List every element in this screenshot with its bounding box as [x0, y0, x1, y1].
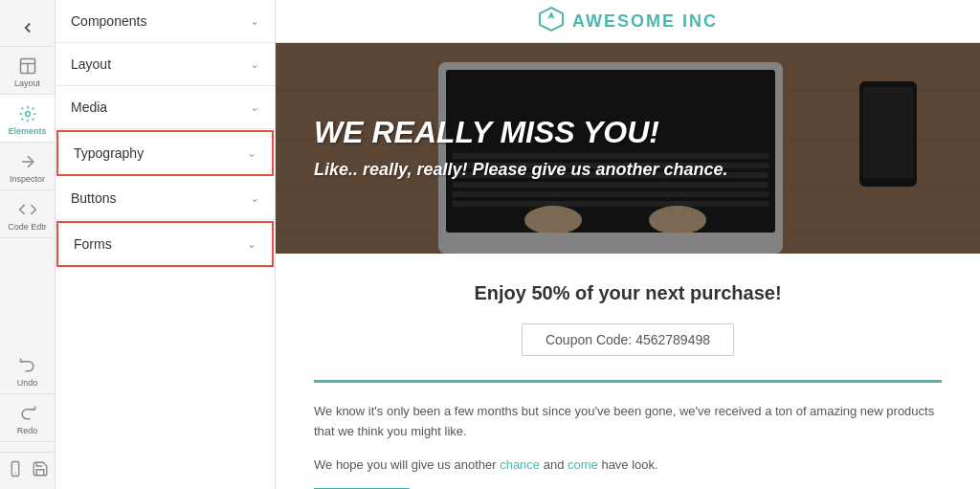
logo-text: AWESOME INC: [572, 11, 718, 32]
panel-item-buttons[interactable]: Buttons ⌄: [56, 177, 275, 220]
email-preview: WE REALLY MISS YOU! Like.. really, reall…: [276, 43, 980, 489]
enjoy-text: Enjoy 50% of your next purchase!: [314, 282, 942, 304]
teal-divider: [314, 380, 942, 383]
coupon-inner: Coupon Code: 4562789498: [522, 323, 734, 356]
save-button[interactable]: [32, 460, 49, 481]
panel-item-typography[interactable]: Typography ⌄: [56, 130, 274, 176]
media-label: Media: [71, 100, 107, 115]
chance-link[interactable]: chance: [500, 457, 540, 472]
chevron-icon: ⌄: [250, 57, 259, 71]
panel-item-components[interactable]: Components ⌄: [56, 0, 275, 43]
undo-icon: [18, 356, 37, 375]
inspector-label: Inspector: [10, 174, 45, 184]
hero-text-area: WE REALLY MISS YOU! Like.. really, reall…: [314, 116, 942, 182]
body-text-part3: have look.: [598, 457, 658, 472]
hero-section: WE REALLY MISS YOU! Like.. really, reall…: [276, 43, 980, 254]
buttons-label: Buttons: [71, 190, 116, 206]
redo-icon: [18, 404, 37, 423]
chevron-icon: ⌄: [250, 191, 259, 205]
chevron-icon: ⌄: [247, 146, 256, 160]
back-button[interactable]: [0, 10, 55, 47]
body-text-part2: and: [540, 457, 568, 472]
svg-marker-7: [540, 8, 563, 31]
panel-item-layout[interactable]: Layout ⌄: [56, 43, 275, 86]
undo-label: Undo: [17, 378, 38, 388]
sidebar-item-undo[interactable]: Undo: [0, 346, 55, 394]
svg-point-3: [25, 112, 30, 117]
typography-label: Typography: [74, 145, 144, 161]
chevron-icon: ⌄: [250, 14, 259, 28]
logo-icon: [538, 6, 565, 37]
hero-subtext: Like.. really, really! Please give us an…: [314, 159, 942, 181]
come-link[interactable]: come: [568, 457, 598, 472]
elements-label: Elements: [8, 126, 46, 136]
chevron-icon: ⌄: [250, 100, 259, 114]
chevron-icon: ⌄: [247, 237, 256, 251]
panel-item-media[interactable]: Media ⌄: [56, 86, 275, 129]
sidebar-item-elements[interactable]: Elements: [0, 95, 55, 143]
middle-panel: Components ⌄ Layout ⌄ Media ⌄ Typography…: [56, 0, 276, 489]
code-editor-label: Code Edtr: [8, 222, 47, 232]
layout-icon: [18, 56, 37, 76]
coupon-box: Coupon Code: 4562789498: [314, 323, 942, 356]
body-paragraph-1: We know it's only been a few months but …: [314, 402, 942, 442]
mobile-preview-button[interactable]: [7, 460, 24, 481]
layout-panel-label: Layout: [71, 56, 111, 72]
icon-sidebar: Layout Elements Inspector Code Edtr Undo: [0, 0, 56, 489]
body-text-part1: We hope you will give us another: [314, 457, 500, 472]
redo-label: Redo: [17, 426, 38, 435]
code-icon: [18, 200, 37, 219]
sidebar-item-code-editor[interactable]: Code Edtr: [0, 190, 55, 238]
forms-label: Forms: [74, 236, 112, 252]
body-paragraph-2: We hope you will give us another chance …: [314, 456, 942, 476]
inspector-icon: [18, 152, 37, 171]
panel-item-forms[interactable]: Forms ⌄: [56, 221, 274, 267]
email-body: Enjoy 50% of your next purchase! Coupon …: [276, 254, 980, 489]
layout-label: Layout: [14, 78, 40, 88]
logo-area: AWESOME INC: [538, 6, 718, 37]
coupon-label: Coupon Code:: [546, 332, 632, 347]
top-header: AWESOME INC: [276, 0, 980, 43]
elements-icon: [18, 104, 37, 123]
coupon-code: 4562789498: [635, 332, 710, 347]
sidebar-item-redo[interactable]: Redo: [0, 394, 55, 442]
mobile-icon: [7, 460, 24, 478]
hero-headline: WE REALLY MISS YOU!: [314, 116, 942, 149]
components-label: Components: [71, 13, 146, 29]
main-content: AWESOME INC: [276, 0, 980, 489]
save-icon: [32, 460, 49, 478]
sidebar-item-inspector[interactable]: Inspector: [0, 143, 55, 190]
sidebar-item-layout[interactable]: Layout: [0, 47, 55, 95]
